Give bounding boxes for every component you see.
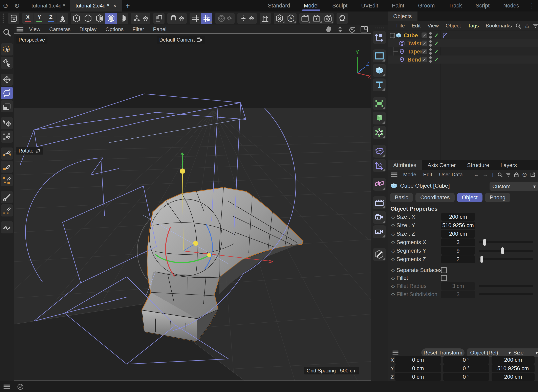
collapse-icon[interactable]: − [390, 33, 395, 38]
redo-icon[interactable]: ↻ [11, 0, 23, 11]
model-mode-icon[interactable] [105, 13, 117, 24]
viewport[interactable]: Y X Z Perspective Default Camera Rotate … [14, 33, 371, 381]
keyframe-diamond-icon[interactable]: ◇ [390, 248, 396, 254]
object-name[interactable]: Taper [407, 48, 422, 55]
preset-dropdown[interactable]: Custom ▾ [490, 182, 538, 191]
primitive-cube-icon[interactable] [373, 64, 386, 77]
tab-objects[interactable]: Objects [388, 11, 417, 21]
tree-row-taper[interactable]: Taper ✓ [388, 47, 538, 56]
camera-icon-1[interactable] [373, 211, 386, 224]
pill-basic[interactable]: Basic [390, 193, 413, 202]
current-state-icon[interactable]: A [285, 13, 297, 24]
object-name[interactable]: Cube [404, 32, 418, 39]
objects-menu-edit[interactable]: Edit [408, 23, 424, 29]
polygon-pen-tool[interactable] [1, 174, 13, 186]
active-camera-label[interactable]: Default Camera [157, 36, 205, 44]
path-cut-tool[interactable] [1, 204, 13, 216]
close-tab-icon[interactable]: × [113, 3, 116, 9]
lock-y-axis-button[interactable]: Y [33, 13, 45, 24]
layout-sculpt[interactable]: Sculpt [326, 0, 354, 11]
dolly-view-icon[interactable] [337, 26, 343, 33]
quantize-lock-icon[interactable] [201, 13, 212, 24]
attributes-menu-edit[interactable]: Edit [420, 172, 436, 178]
keyframe-diamond-icon[interactable]: ◇ [390, 231, 396, 237]
edit-toggle-icon[interactable] [421, 57, 427, 62]
rot-x-field[interactable]: 0 ° [443, 356, 489, 364]
coordinate-manager-icon[interactable] [8, 13, 19, 24]
layout-groom[interactable]: Groom [411, 0, 442, 11]
phong-tag-icon[interactable] [443, 33, 448, 38]
points-mode-icon[interactable] [71, 13, 82, 24]
polygons-mode-icon[interactable] [94, 13, 105, 24]
spline-pen-tool[interactable] [1, 148, 13, 160]
visibility-dots[interactable] [429, 40, 432, 47]
layout-model[interactable]: Model [297, 0, 326, 11]
rotate-tool[interactable] [1, 87, 13, 99]
render-settings-icon[interactable] [322, 13, 334, 24]
size-y-field[interactable]: 510.9256 cm [441, 222, 475, 229]
edit-toggle-icon[interactable] [421, 33, 427, 38]
history-forward-icon[interactable]: → [482, 172, 488, 178]
exchange-icon[interactable] [260, 13, 271, 24]
segments-y-field[interactable]: 9 [441, 247, 475, 255]
workplane-icon[interactable] [153, 13, 165, 24]
symmetry-settings-icon[interactable] [237, 13, 257, 24]
segments-x-slider[interactable] [479, 241, 533, 243]
pos-y-field[interactable]: 0 cm [395, 364, 441, 373]
move-tool[interactable] [1, 74, 13, 86]
render-scene-icon[interactable] [373, 196, 386, 209]
objects-menu-view[interactable]: View [424, 23, 442, 29]
segments-y-slider[interactable] [479, 250, 533, 252]
object-name[interactable]: Bend [407, 56, 421, 63]
visibility-dots[interactable] [429, 56, 432, 63]
objects-menu-file[interactable]: File [393, 23, 408, 29]
segments-z-slider[interactable] [479, 258, 533, 260]
layout-overflow-icon[interactable]: ⋮ [526, 2, 538, 9]
tweak-tool[interactable] [1, 57, 13, 69]
viewport-menu-panel[interactable]: Panel [149, 26, 171, 33]
attributes-menu-icon[interactable] [391, 173, 397, 177]
camera-icon-2[interactable] [373, 225, 386, 238]
quantize-grid-icon[interactable] [189, 13, 201, 24]
tab-tutorial-2[interactable]: tutorial 2.c4d * × [70, 0, 122, 11]
search-icon[interactable] [497, 172, 503, 177]
enabled-check-icon[interactable]: ✓ [434, 40, 439, 47]
size-z-coord-field[interactable]: 200 cm [491, 373, 535, 381]
tab-layers[interactable]: Layers [495, 160, 523, 170]
viewport-filter-icon[interactable] [1, 26, 13, 38]
toggle-view-layout-icon[interactable] [361, 26, 368, 33]
enabled-check-icon[interactable]: ✓ [434, 32, 439, 39]
search-icon[interactable] [515, 23, 521, 29]
viewport-menu-options[interactable]: Options [101, 26, 128, 33]
new-tab-button[interactable]: + [122, 2, 134, 10]
volume-builder-icon[interactable] [373, 112, 386, 125]
viewport-menu-icon[interactable] [17, 27, 24, 32]
viewport-menu-display[interactable]: Display [75, 26, 101, 33]
snap-settings-icon[interactable] [167, 13, 187, 24]
edit-toggle-icon[interactable] [421, 49, 427, 54]
pos-z-field[interactable]: 0 cm [395, 373, 441, 381]
filter-icon[interactable] [506, 173, 511, 177]
attributes-menu-userdata[interactable]: User Data [436, 172, 466, 178]
size-z-field[interactable]: 200 cm [441, 230, 475, 238]
lock-icon[interactable] [514, 172, 519, 177]
viewport-menu-filter[interactable]: Filter [128, 26, 149, 33]
pill-object[interactable]: Object [457, 193, 482, 202]
render-view-icon[interactable] [299, 13, 311, 24]
tab-attributes[interactable]: Attributes [388, 160, 422, 170]
history-back-icon[interactable]: ← [474, 172, 479, 178]
keyframe-diamond-icon[interactable]: ◇ [390, 257, 396, 262]
tree-row-twist[interactable]: Twist ✓ [388, 39, 538, 47]
arrange-tool[interactable] [1, 131, 13, 143]
tree-row-bend[interactable]: Bend ✓ [388, 56, 538, 64]
segments-z-field[interactable]: 2 [441, 255, 475, 263]
tab-structure[interactable]: Structure [462, 160, 495, 170]
undo-icon[interactable]: ↺ [0, 0, 11, 11]
size-x-field[interactable]: 200 cm [441, 213, 475, 221]
coordinate-unit-dropdown[interactable]: Size ▾ [510, 348, 538, 357]
layout-standard[interactable]: Standard [261, 0, 297, 11]
layout-paint[interactable]: Paint [385, 0, 411, 11]
material-icon[interactable] [336, 13, 348, 24]
enabled-check-icon[interactable]: ✓ [434, 48, 439, 55]
parent-up-icon[interactable]: ↑ [491, 172, 494, 178]
